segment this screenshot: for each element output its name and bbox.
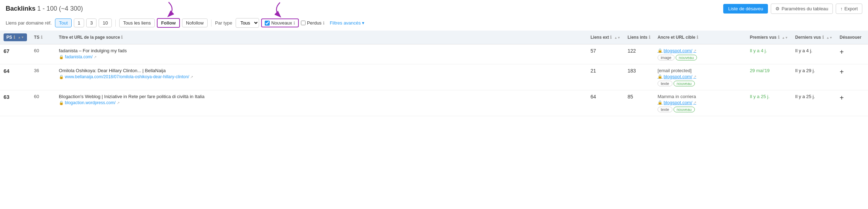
- anchor-domain-0[interactable]: 🔒 blogspot.com/ ↗: [658, 48, 743, 53]
- desavouer-button-1[interactable]: +: [840, 68, 844, 76]
- par-type-select[interactable]: Tous: [236, 18, 259, 28]
- liens-ext-cell-1: 21: [587, 64, 624, 90]
- premiers-vus-cell-0: Il y a 4 j.: [746, 44, 792, 64]
- nouveaux-container: Nouveaux ℹ: [261, 18, 299, 27]
- tag-image: image: [658, 55, 675, 60]
- premiers-vus-cell-1: 29 mai'19: [746, 64, 792, 90]
- liste-desaveu-button[interactable]: Liste de désaveu: [723, 4, 768, 14]
- perdus-checkbox[interactable]: [301, 21, 306, 25]
- filter-3-button[interactable]: 3: [86, 18, 97, 27]
- source-url-0[interactable]: 🔒 fadanista.com/ ↗: [59, 54, 583, 59]
- th-titre-url: Titre et URL de la page source ℹ: [55, 31, 587, 44]
- anchor-text-1: [email protected]: [658, 68, 743, 73]
- derniers-vus-cell-2: Il y a 25 j.: [792, 90, 836, 116]
- ext-link-icon-1: ↗: [190, 75, 193, 79]
- premiers-vus-cell-2: Il y a 25 j.: [746, 90, 792, 116]
- tags-0: imagenouveau: [658, 53, 743, 60]
- liens-ext-cell-0: 57: [587, 44, 624, 64]
- nouveaux-label[interactable]: Nouveaux: [271, 20, 292, 26]
- divider: [115, 20, 116, 27]
- ext-link-icon-0: ↗: [94, 55, 97, 59]
- source-url-2[interactable]: 🔒 blogaction.wordpress.com/ ↗: [59, 100, 583, 105]
- filters-bar: Liens par domaine réf. Tout 1 3 10 Tous …: [0, 17, 868, 31]
- source-title-1: Omilola Oshikoya: Dear Hillary Clinton..…: [59, 68, 583, 73]
- ps-cell-2: 63: [0, 90, 31, 116]
- tag-nouveau: nouveau: [674, 107, 695, 112]
- nouveaux-checkbox[interactable]: [265, 21, 270, 26]
- ts-cell-2: 60: [31, 90, 55, 116]
- tags-1: textenouveau: [658, 79, 743, 86]
- header-left: Backlinks 1 - 100 (~4 300): [6, 5, 83, 12]
- tag-nouveau: nouveau: [674, 81, 695, 86]
- th-ts: TS ℹ: [31, 31, 55, 44]
- nouveaux-box: Nouveaux ℹ: [261, 18, 299, 27]
- source-cell-1: Omilola Oshikoya: Dear Hillary Clinton..…: [55, 64, 587, 90]
- filtres-avances-button[interactable]: Filtres avancés ▾: [330, 20, 364, 26]
- source-url-1[interactable]: 🔒 www.bellanaija.com/2018/07/omilola-osh…: [59, 74, 583, 79]
- desavouer-button-0[interactable]: +: [840, 48, 844, 56]
- header-right: Liste de désaveu ⚙ Paramètres du tableau…: [723, 4, 862, 14]
- source-cell-2: Blogaction's Weblog | Iniziative in Rete…: [55, 90, 587, 116]
- tous-les-liens-button[interactable]: Tous les liens: [119, 18, 155, 27]
- th-ps: PS ℹ ▲▼: [0, 31, 31, 44]
- th-desavouer: Désavouer: [836, 31, 868, 44]
- lock-icon-0: 🔒: [59, 55, 64, 59]
- derniers-vus-cell-0: Il y a 4 j.: [792, 44, 836, 64]
- divider2: [211, 20, 211, 27]
- desavouer-button-2[interactable]: +: [840, 94, 844, 102]
- tags-2: textenouveau: [658, 105, 743, 112]
- source-title-2: Blogaction's Weblog | Iniziative in Rete…: [59, 94, 583, 99]
- ancre-cell-1: [email protected] 🔒 blogspot.com/ ↗ text…: [654, 64, 746, 90]
- perdus-info-icon: ℹ: [323, 21, 325, 26]
- liens-ints-cell-1: 183: [624, 64, 654, 90]
- page-title: Backlinks 1 - 100 (~4 300): [6, 5, 83, 12]
- th-premiers-vus: Premiers vus ℹ ▲▼: [746, 31, 792, 44]
- perdus-label[interactable]: Perdus: [307, 20, 322, 26]
- lock-icon-2: 🔒: [59, 101, 64, 105]
- perdus-section: Perdus ℹ: [301, 20, 325, 26]
- source-cell-0: fadanista – For indulging my fads 🔒 fada…: [55, 44, 587, 64]
- parametres-tableau-button[interactable]: ⚙ Paramètres du tableau: [771, 4, 833, 14]
- filter-tout-button[interactable]: Tout: [55, 18, 72, 27]
- anchor-text-2: Mamma in corriera: [658, 94, 743, 99]
- desavouer-cell-2: +: [836, 90, 868, 116]
- tag-nouveau: nouveau: [676, 55, 697, 60]
- table-row: 67 60 fadanista – For indulging my fads …: [0, 44, 868, 64]
- ancre-cell-2: Mamma in corriera 🔒 blogspot.com/ ↗ text…: [654, 90, 746, 116]
- backlinks-table: PS ℹ ▲▼ TS ℹ Titre et URL de la page sou…: [0, 31, 868, 116]
- th-ancre-url: Ancre et URL cible ℹ: [654, 31, 746, 44]
- tag-texte: texte: [658, 81, 672, 86]
- derniers-vus-cell-1: Il y a 29 j.: [792, 64, 836, 90]
- upload-icon: ↑: [840, 6, 843, 11]
- follow-button[interactable]: Follow: [157, 18, 180, 28]
- filter-10-button[interactable]: 10: [99, 18, 111, 27]
- nouveaux-info-icon: ℹ: [293, 21, 295, 26]
- follow-container: Follow: [157, 18, 180, 28]
- ps-cell-0: 67: [0, 44, 31, 64]
- gear-icon: ⚙: [775, 6, 780, 11]
- ts-cell-0: 60: [31, 44, 55, 64]
- anchor-domain-1[interactable]: 🔒 blogspot.com/ ↗: [658, 74, 743, 79]
- liens-ints-cell-0: 122: [624, 44, 654, 64]
- liens-ext-cell-2: 64: [587, 90, 624, 116]
- export-button[interactable]: ↑ Export: [836, 4, 862, 14]
- chevron-down-icon: ▾: [362, 20, 364, 26]
- desavouer-cell-1: +: [836, 64, 868, 90]
- table-row: 64 36 Omilola Oshikoya: Dear Hillary Cli…: [0, 64, 868, 90]
- th-derniers-vus: Derniers vus ℹ ▲▼: [792, 31, 836, 44]
- source-title-0: fadanista – For indulging my fads: [59, 48, 583, 53]
- par-type-label: Par type: [215, 20, 232, 26]
- tag-texte: texte: [658, 107, 672, 112]
- liens-par-domaine-label: Liens par domaine réf.: [6, 20, 51, 26]
- th-liens-ext: Liens ext ℹ ▲▼: [587, 31, 624, 44]
- liens-ints-cell-2: 85: [624, 90, 654, 116]
- ext-link-icon-2: ↗: [117, 101, 120, 105]
- ps-cell-1: 64: [0, 64, 31, 90]
- ancre-cell-0: 🔒 blogspot.com/ ↗ imagenouveau: [654, 44, 746, 64]
- anchor-domain-2[interactable]: 🔒 blogspot.com/ ↗: [658, 100, 743, 105]
- nofollow-button[interactable]: Nofollow: [182, 18, 208, 27]
- table-row: 63 60 Blogaction's Weblog | Iniziative i…: [0, 90, 868, 116]
- filter-1-button[interactable]: 1: [74, 18, 84, 27]
- header-bar: Backlinks 1 - 100 (~4 300) Liste de désa…: [0, 0, 868, 17]
- th-liens-ints: Liens ints ℹ: [624, 31, 654, 44]
